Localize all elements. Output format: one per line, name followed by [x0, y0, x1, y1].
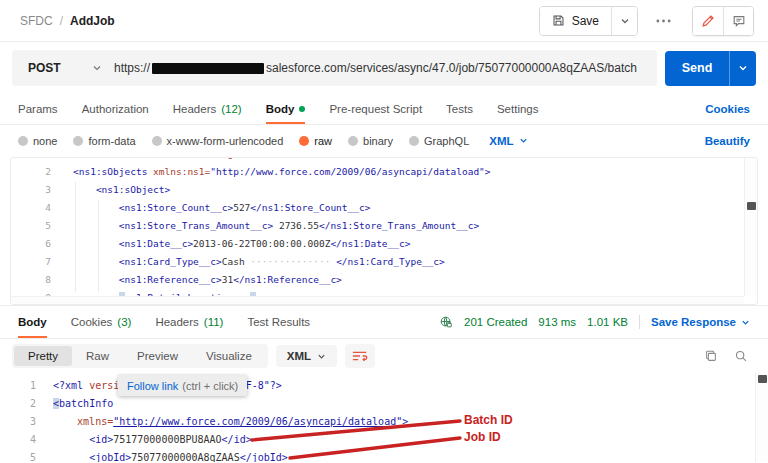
response-editor-scrollbar[interactable]	[755, 373, 768, 462]
body-language-label: XML	[489, 135, 513, 147]
body-mode-x-www-form-urlencoded[interactable]: x-www-form-urlencoded	[152, 135, 284, 147]
postman-window: SFDC / AddJob Save	[0, 0, 768, 463]
follow-link-action[interactable]: Follow link	[127, 380, 178, 392]
copy-icon	[704, 349, 718, 363]
header-actions: Save	[539, 6, 754, 36]
line-number: 4	[0, 431, 36, 449]
line-number: 6	[11, 235, 51, 253]
request-tab-body[interactable]: Body	[266, 94, 306, 124]
scrollbar-thumb[interactable]	[747, 202, 756, 210]
response-size[interactable]: 1.01 KB	[587, 316, 628, 328]
annotation-batch-id: Batch ID	[464, 413, 513, 427]
wrap-lines-button[interactable]	[345, 344, 375, 368]
tab-label: Params	[18, 103, 58, 115]
url-row: POST https:// salesforce.com/services/as…	[0, 42, 768, 94]
response-body-editor[interactable]: 1<?xml version="1.0" encoding="UTF-8"?>2…	[0, 373, 768, 462]
tab-label: Body	[18, 316, 47, 328]
line-number: 7	[11, 253, 51, 271]
copy-response-button[interactable]	[704, 349, 718, 363]
request-tab-settings[interactable]: Settings	[497, 94, 539, 124]
chevron-down-icon	[519, 136, 528, 145]
send-button-group: Send	[665, 51, 756, 86]
body-mode-raw[interactable]: raw	[299, 135, 332, 147]
code-text: <id>75177000000BPU8AAO</id>	[36, 431, 252, 449]
response-language-label: XML	[287, 350, 311, 362]
breadcrumb-collection[interactable]: SFDC	[20, 14, 53, 28]
scrollbar-thumb[interactable]	[758, 375, 767, 383]
edit-request-button[interactable]	[693, 7, 723, 35]
request-header-bar: SFDC / AddJob Save	[0, 0, 768, 42]
response-tab-headers[interactable]: Headers(11)	[155, 306, 223, 338]
code-text: <ns1:Reference__c>31</ns1:Reference__c>	[51, 271, 342, 289]
view-tab-raw[interactable]: Raw	[72, 346, 123, 366]
request-tab-pre-request-script[interactable]: Pre-request Script	[329, 94, 422, 124]
method-select[interactable]: POST	[12, 50, 114, 86]
radio-icon	[299, 136, 309, 146]
indent-guide	[75, 182, 76, 292]
response-toolbar: PrettyRawPreviewVisualize XML	[0, 339, 768, 373]
save-response-button[interactable]: Save Response	[651, 316, 750, 328]
breadcrumb-request-name: AddJob	[70, 14, 115, 28]
request-editor-scrollbar[interactable]	[744, 158, 757, 296]
line-number: 5	[11, 217, 51, 235]
save-button[interactable]: Save	[540, 7, 611, 35]
response-language-select[interactable]: XML	[276, 345, 337, 367]
response-tab-cookies[interactable]: Cookies(3)	[71, 306, 132, 338]
tab-count-badge: (11)	[204, 316, 224, 328]
code-line: 5 <ns1:Store_Trans_Amount__c> 2736.55</n…	[11, 217, 757, 235]
unsaved-dot	[299, 106, 305, 112]
tab-label: Pre-request Script	[329, 103, 422, 115]
tab-label: Cookies	[71, 316, 113, 328]
code-line: 8 <ns1:Reference__c>31</ns1:Reference__c…	[11, 271, 757, 289]
radio-icon	[348, 136, 358, 146]
comments-button[interactable]	[723, 7, 753, 35]
code-text: <ns1:sObject>	[51, 181, 170, 199]
code-line: 2<batchInfo	[0, 395, 768, 413]
body-mode-graphql[interactable]: GraphQL	[409, 135, 469, 147]
code-text: <jobId>75077000000A8qZAAS</jobId>	[36, 449, 288, 462]
radio-icon	[152, 136, 162, 146]
search-icon	[734, 349, 748, 363]
request-tabs: ParamsAuthorizationHeaders(12)BodyPre-re…	[18, 94, 539, 124]
view-tab-pretty[interactable]: Pretty	[14, 346, 72, 366]
request-tab-headers[interactable]: Headers(12)	[173, 94, 242, 124]
body-mode-none[interactable]: none	[18, 135, 57, 147]
code-text: <batchInfo	[36, 395, 113, 413]
request-editor-hscrollbar[interactable]	[11, 296, 744, 304]
code-line: 1<?xml version="1.0" encoding="UTF-8"?>	[0, 377, 768, 395]
view-tab-preview[interactable]: Preview	[123, 346, 192, 366]
body-mode-form-data[interactable]: form-data	[73, 135, 135, 147]
send-options-button[interactable]	[729, 51, 756, 86]
tab-label: Tests	[446, 103, 473, 115]
request-tab-tests[interactable]: Tests	[446, 94, 473, 124]
breadcrumb: SFDC / AddJob	[20, 14, 115, 28]
line-number: 4	[11, 199, 51, 217]
save-options-button[interactable]	[611, 7, 637, 35]
chevron-down-icon	[620, 16, 630, 26]
url-input[interactable]: https:// salesforce.com/services/async/4…	[114, 61, 657, 75]
request-tab-params[interactable]: Params	[18, 94, 58, 124]
cookies-link[interactable]: Cookies	[705, 103, 750, 115]
search-response-button[interactable]	[734, 349, 748, 363]
send-button[interactable]: Send	[665, 51, 729, 86]
body-mode-label: binary	[363, 135, 393, 147]
more-actions-button[interactable]	[650, 7, 676, 35]
response-time[interactable]: 913 ms	[538, 316, 576, 328]
response-tab-body[interactable]: Body	[18, 306, 47, 338]
tab-label: Settings	[497, 103, 539, 115]
request-tab-authorization[interactable]: Authorization	[82, 94, 149, 124]
comment-icon	[732, 14, 746, 28]
line-number: 3	[0, 413, 36, 431]
body-mode-binary[interactable]: binary	[348, 135, 393, 147]
beautify-link[interactable]: Beautify	[705, 135, 750, 147]
code-text: <ns1:Card_Type__c>Cash ·············· </…	[51, 253, 445, 271]
response-tab-test-results[interactable]: Test Results	[247, 306, 310, 338]
status-badge[interactable]: 201 Created	[464, 316, 527, 328]
url-path: salesforce.com/services/async/47.0/job/7…	[266, 61, 637, 75]
request-body-editor[interactable]: 1<?xml version="1.0" encoding="UTF-8"?>2…	[10, 157, 758, 305]
code-text: <ns1:sObjects xmlns:ns1="http://www.forc…	[51, 163, 491, 181]
view-tab-visualize[interactable]: Visualize	[192, 346, 266, 366]
body-language-select[interactable]: XML	[489, 135, 527, 147]
network-globe-icon	[439, 315, 453, 329]
breadcrumb-separator: /	[60, 14, 63, 28]
